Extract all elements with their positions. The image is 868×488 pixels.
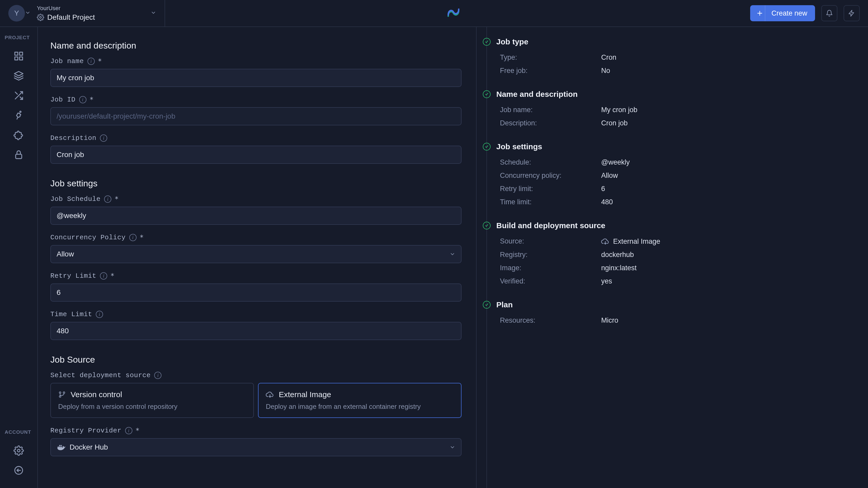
rail-jobs[interactable]: [0, 105, 37, 125]
job-schedule-input[interactable]: [50, 207, 462, 225]
rail-security[interactable]: [0, 145, 37, 164]
info-icon[interactable]: i: [100, 134, 107, 142]
sum-val: yes: [601, 277, 612, 285]
sum-key: Retry limit:: [500, 185, 601, 193]
avatar-initial: Y: [14, 9, 19, 18]
sum-key: Schedule:: [500, 158, 601, 166]
svg-point-5: [20, 111, 21, 113]
ext-title: External Image: [279, 390, 331, 399]
avatar[interactable]: Y: [8, 5, 25, 22]
gear-icon: [37, 14, 44, 21]
concurrency-policy-label: Concurrency Policy: [50, 234, 126, 241]
sum-val: External Image: [601, 237, 660, 246]
summary-title: Job settings: [496, 142, 542, 151]
cloud-download-icon: [601, 237, 610, 246]
sum-key: Type:: [500, 54, 601, 62]
info-icon[interactable]: i: [100, 272, 107, 280]
svg-point-0: [40, 17, 41, 19]
rail-integrations[interactable]: [0, 125, 37, 145]
check-complete-icon: [483, 38, 491, 46]
sum-key: Description:: [500, 119, 601, 127]
required-star: *: [110, 272, 115, 280]
required-star: *: [98, 57, 102, 65]
summary-column: Job type Type:Cron Free job:No Name and …: [476, 27, 868, 488]
sum-key: Source:: [500, 237, 601, 246]
branch-icon: [58, 391, 66, 398]
svg-rect-2: [20, 52, 23, 55]
ext-desc: Deploy an image from an external contain…: [266, 403, 454, 410]
chevron-down-icon: [450, 251, 455, 257]
docker-icon: [57, 443, 65, 452]
create-new-button[interactable]: Create new: [750, 5, 815, 21]
job-name-input[interactable]: [50, 69, 462, 87]
job-schedule-label: Job Schedule: [50, 195, 100, 203]
sum-key: Free job:: [500, 67, 601, 75]
required-star: *: [115, 195, 119, 203]
rail-shuffle[interactable]: [0, 86, 37, 105]
sum-key: Time limit:: [500, 198, 601, 206]
sum-val: Cron job: [601, 119, 628, 127]
info-icon[interactable]: i: [96, 311, 103, 318]
description-input[interactable]: [50, 146, 462, 164]
sum-val: 480: [601, 198, 613, 206]
chevron-down-icon: [151, 10, 156, 17]
notifications-button[interactable]: [821, 5, 837, 21]
username-label: YourUser: [37, 5, 95, 12]
sum-val: Micro: [601, 316, 618, 325]
vcs-desc: Deploy from a version control repository: [58, 403, 246, 410]
vcs-title: Version control: [71, 390, 122, 399]
rail-layers[interactable]: [0, 66, 37, 86]
select-source-label: Select deployment source: [50, 371, 151, 379]
summary-title: Plan: [496, 300, 513, 309]
required-star: *: [140, 234, 144, 241]
info-icon[interactable]: i: [154, 372, 161, 379]
svg-rect-4: [20, 57, 23, 60]
rail-logout[interactable]: [0, 460, 37, 480]
shuffle-icon: [13, 90, 24, 101]
concurrency-policy-value: Allow: [57, 250, 74, 258]
check-complete-icon: [483, 90, 491, 98]
time-limit-label: Time Limit: [50, 310, 92, 318]
summary-job-settings: Job settings Schedule:@weekly Concurrenc…: [476, 142, 868, 221]
check-complete-icon: [483, 143, 491, 151]
app-logo-icon: [446, 6, 461, 20]
quick-action-button[interactable]: [844, 5, 860, 21]
user-project-switcher[interactable]: Y YourUser Default Project: [0, 0, 165, 27]
info-icon[interactable]: i: [104, 195, 111, 203]
layers-icon: [13, 70, 24, 81]
info-icon[interactable]: i: [79, 96, 87, 103]
concurrency-policy-select[interactable]: Allow: [50, 245, 462, 263]
rail-settings[interactable]: [0, 441, 37, 460]
sum-val: dockerhub: [601, 251, 634, 259]
plus-icon: [755, 5, 765, 21]
check-complete-icon: [483, 222, 491, 230]
svg-rect-1: [15, 52, 18, 55]
summary-build-deploy: Build and deployment source Source: Exte…: [476, 221, 868, 300]
logout-icon: [13, 465, 24, 476]
time-limit-input[interactable]: [50, 322, 462, 340]
source-card-external-image[interactable]: External Image Deploy an image from an e…: [258, 383, 462, 418]
retry-limit-input[interactable]: [50, 283, 462, 302]
check-complete-icon: [483, 301, 491, 309]
info-icon[interactable]: i: [88, 58, 95, 65]
info-icon[interactable]: i: [129, 234, 136, 241]
info-icon[interactable]: i: [125, 427, 132, 434]
summary-title: Name and description: [496, 90, 578, 99]
registry-provider-select[interactable]: Docker Hub: [50, 438, 462, 456]
sum-val: @weekly: [601, 158, 630, 166]
sum-key: Job name:: [500, 106, 601, 114]
retry-limit-label: Retry Limit: [50, 272, 96, 280]
sum-key: Verified:: [500, 277, 601, 285]
gear-icon: [13, 446, 24, 456]
summary-plan: Plan Resources:Micro: [476, 300, 868, 339]
sum-val: My cron job: [601, 106, 638, 114]
puzzle-icon: [13, 130, 24, 140]
sum-val: Cron: [601, 54, 617, 62]
description-label: Description: [50, 134, 96, 142]
chevron-down-icon: [25, 9, 31, 18]
rail-dashboard[interactable]: [0, 46, 37, 66]
dashboard-icon: [13, 51, 24, 61]
top-actions: Create new: [742, 0, 868, 27]
bell-icon: [826, 9, 833, 17]
source-card-version-control[interactable]: Version control Deploy from a version co…: [50, 383, 254, 418]
